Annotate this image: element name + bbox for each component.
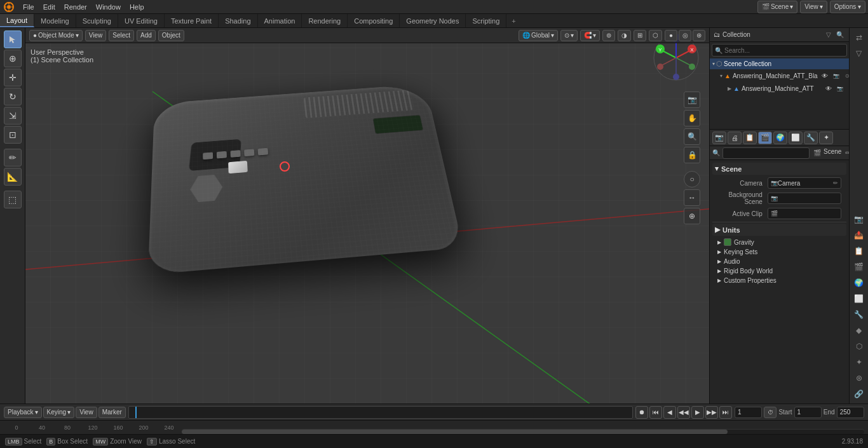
tab-compositing[interactable]: Compositing	[348, 14, 400, 27]
view-lock-btn[interactable]: 🔒	[684, 147, 700, 163]
prop-render-icon[interactable]: 📷	[712, 132, 726, 144]
shading-options[interactable]: ◑	[618, 30, 631, 41]
props-edit-btn[interactable]: ✏	[843, 148, 849, 158]
strip-switch-btn[interactable]: ⇄	[852, 31, 866, 44]
add-workspace-btn[interactable]: +	[506, 15, 520, 27]
prop-modifier-icon[interactable]: 🔧	[804, 132, 818, 144]
tab-shading[interactable]: Shading	[219, 14, 257, 27]
menu-edit[interactable]: Edit	[39, 2, 59, 12]
overlay-options[interactable]: ⊞	[634, 30, 646, 41]
keying-dropdown[interactable]: Keying ▾	[43, 407, 75, 418]
jump-start-btn[interactable]: ⏮	[649, 406, 662, 419]
item2-render-icon[interactable]: 📷	[835, 83, 845, 93]
menu-file[interactable]: File	[19, 2, 38, 12]
units-section[interactable]: ▶ Units	[712, 224, 846, 236]
shading-rendered[interactable]: ⊛	[693, 30, 705, 41]
tool-rotate[interactable]: ↻	[4, 88, 22, 105]
view-zoom-btn[interactable]: 🔍	[684, 128, 700, 145]
prop-view-layer-icon[interactable]: 📋	[743, 132, 757, 144]
3d-viewport[interactable]: ● Object Mode ▾ View Select Add Object	[25, 28, 709, 404]
snap-settings[interactable]: 🧲 ▾	[580, 30, 600, 41]
prop-particle-icon[interactable]: ✦	[819, 132, 833, 144]
tool-transform[interactable]: ⊡	[4, 126, 22, 144]
strip-scene-btn[interactable]: 🎬	[852, 260, 866, 274]
tab-geometry-nodes[interactable]: Geometry Nodes	[400, 14, 466, 27]
tab-sculpting[interactable]: Sculpting	[76, 14, 118, 27]
outliner-search-btn[interactable]: 🔍	[835, 30, 845, 40]
tab-rendering[interactable]: Rendering	[302, 14, 348, 27]
shading-solid[interactable]: ●	[665, 30, 677, 41]
viewport-select-dropdown[interactable]: Select	[109, 30, 134, 41]
end-frame-field[interactable]: 250	[837, 407, 864, 418]
outliner-item-2[interactable]: ▶ ▲ Answering_Machine_ATT 👁 📷	[710, 82, 849, 95]
tab-texture-paint[interactable]: Texture Paint	[165, 14, 219, 27]
play-reverse-btn[interactable]: ◀◀	[677, 406, 690, 419]
strip-render-btn[interactable]: 📷	[852, 212, 866, 226]
prop-world-icon[interactable]: 🌍	[773, 132, 787, 144]
tool-select[interactable]	[4, 31, 22, 48]
outliner-item-1[interactable]: ▾ ▲ Answering_Machine_ATT_Bla 👁 📷 ⊙	[710, 69, 849, 82]
strip-particle-btn[interactable]: ✦	[852, 355, 866, 369]
tool-cursor[interactable]: ⊕	[4, 50, 22, 67]
timeline-view-dropdown[interactable]: View	[76, 407, 97, 418]
item1-render-icon[interactable]: 📷	[831, 71, 841, 81]
active-clip-value[interactable]: 🎬	[768, 208, 841, 219]
view-camera-btn[interactable]: 📷	[684, 92, 700, 108]
strip-output-btn[interactable]: 📤	[852, 228, 866, 242]
scene-selector[interactable]: 🎬 Scene ▾	[757, 1, 797, 13]
xray-toggle[interactable]: ⬡	[649, 30, 662, 41]
scene-section[interactable]: ▾ Scene	[712, 163, 846, 175]
pivot-point[interactable]: ⊙ ▾	[560, 30, 578, 41]
play-btn[interactable]: ▶	[691, 406, 704, 419]
prop-output-icon[interactable]: 🖨	[728, 132, 742, 144]
strip-modifier-btn[interactable]: 🔧	[852, 308, 866, 322]
zoom-btn[interactable]: ⊕	[684, 208, 700, 224]
next-frame-btn[interactable]: ▶▶	[705, 406, 718, 419]
strip-view-layer-btn[interactable]: 📋	[852, 244, 866, 258]
keying-sets-item[interactable]: ▶ Keying Sets	[712, 247, 846, 257]
shading-material[interactable]: ◎	[679, 30, 691, 41]
prop-scene-icon[interactable]: 🎬	[758, 132, 772, 144]
strip-filter-btn[interactable]: ▽	[852, 46, 866, 60]
bg-scene-value[interactable]: 📷	[768, 193, 841, 204]
playback-dropdown[interactable]: Playback ▾	[4, 407, 42, 418]
item2-view-icon[interactable]: 👁	[824, 83, 834, 93]
pan-btn[interactable]: ↔	[684, 189, 700, 206]
engine-selector[interactable]: Options ▾	[830, 1, 865, 13]
current-frame-field[interactable]: 1	[735, 407, 762, 418]
strip-constraints-btn[interactable]: 🔗	[852, 387, 866, 401]
item1-select-icon[interactable]: ⊙	[843, 71, 849, 81]
proportional-edit[interactable]: ⊚	[602, 30, 615, 41]
jump-end-btn[interactable]: ⏭	[719, 406, 732, 419]
tool-add[interactable]: ⬚	[4, 191, 22, 208]
orbit-btn[interactable]: ○	[684, 171, 700, 187]
tool-move[interactable]: ✛	[4, 69, 22, 86]
tab-layout[interactable]: Layout	[0, 14, 34, 27]
gravity-item[interactable]: ▶ Gravity	[712, 237, 846, 247]
strip-data-btn[interactable]: ◆	[852, 323, 866, 337]
strip-physics-btn[interactable]: ⊛	[852, 371, 866, 385]
gravity-checkbox[interactable]	[724, 238, 731, 246]
view-hand-btn[interactable]: ✋	[684, 110, 700, 126]
prop-object-icon[interactable]: ⬜	[789, 132, 803, 144]
tool-measure[interactable]: 📐	[4, 168, 22, 186]
timeline-bar[interactable]	[128, 406, 633, 419]
item1-view-icon[interactable]: 👁	[820, 71, 830, 81]
properties-search-input[interactable]	[722, 147, 810, 159]
tab-modeling[interactable]: Modeling	[34, 14, 76, 27]
viewport-object-dropdown[interactable]: Object	[158, 30, 184, 41]
menu-render[interactable]: Render	[60, 2, 91, 12]
custom-props-item[interactable]: ▶ Custom Properties	[712, 276, 846, 285]
tab-scripting[interactable]: Scripting	[466, 14, 506, 27]
viewport-mode-dropdown[interactable]: ● Object Mode ▾	[29, 30, 83, 41]
tool-annotate[interactable]: ✏	[4, 149, 22, 166]
strip-object-btn[interactable]: ⬜	[852, 292, 866, 306]
rigid-body-item[interactable]: ▶ Rigid Body World	[712, 266, 846, 276]
tab-animation[interactable]: Animation	[258, 14, 302, 27]
strip-material-btn[interactable]: ⬡	[852, 339, 866, 353]
time-mode-btn[interactable]: ⏱	[764, 407, 776, 418]
marker-dropdown[interactable]: Marker	[98, 407, 126, 418]
tool-scale[interactable]: ⇲	[4, 107, 22, 125]
outliner-filter-btn[interactable]: ▽	[824, 30, 834, 40]
strip-world-btn[interactable]: 🌍	[852, 276, 866, 290]
